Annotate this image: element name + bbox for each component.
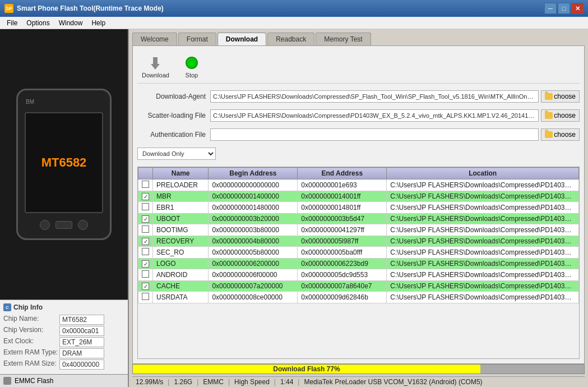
chip-icon: C xyxy=(3,303,11,311)
table-row: SEC_RO0x0000000005b800000x0000000005ba0f… xyxy=(138,247,579,259)
phone-buttons xyxy=(40,220,88,230)
row-name: USRDATA xyxy=(153,292,209,303)
row-name: EBR1 xyxy=(153,202,209,214)
phone-menu-btn xyxy=(78,220,88,230)
row-check-cell[interactable] xyxy=(138,269,153,281)
maximize-button[interactable]: □ xyxy=(558,3,570,14)
row-checkbox[interactable] xyxy=(142,293,149,300)
auth-input[interactable] xyxy=(210,128,539,141)
emmc-bar: EMMC Flash xyxy=(0,374,128,387)
row-location: C:\Users\JP FLASHERS\Downloads\Compresse… xyxy=(387,236,579,247)
row-end: 0x000000009d62846b xyxy=(298,292,387,303)
download-agent-input[interactable] xyxy=(210,90,539,103)
stop-button[interactable]: Stop xyxy=(179,53,204,81)
table-row: ✓RECOVERY0x0000000004b800000x000000005l9… xyxy=(138,236,579,247)
chip-ram-size-row: Extern RAM Size: 0x40000000 xyxy=(3,360,124,370)
menu-help[interactable]: Help xyxy=(87,18,110,28)
choose-label-2: choose xyxy=(554,112,576,119)
folder-icon-3 xyxy=(545,131,553,138)
progress-label: Download Flash 77% xyxy=(273,365,340,373)
phone-body: BM MT6582 xyxy=(16,89,112,240)
table-row: ✓CACHE0x0000000007a2000000x0000000007a86… xyxy=(138,281,579,292)
tab-memory-test[interactable]: Memory Test xyxy=(316,33,371,45)
row-checkbox[interactable]: ✓ xyxy=(142,193,149,200)
col-end: End Address xyxy=(298,168,387,179)
tab-format[interactable]: Format xyxy=(178,33,216,45)
status-speed: 12.99M/s xyxy=(136,378,163,386)
col-location: Location xyxy=(387,168,579,179)
row-end: 0x0000000005ba0fff xyxy=(298,247,387,259)
row-check-cell[interactable] xyxy=(138,224,153,236)
status-driver: MediaTek PreLoader USB VCOM_V1632 (Andro… xyxy=(304,378,482,386)
close-button[interactable]: ✕ xyxy=(571,3,584,14)
row-checkbox[interactable]: ✓ xyxy=(142,283,149,290)
menu-file[interactable]: File xyxy=(2,18,22,28)
tab-readback[interactable]: Readback xyxy=(267,33,314,45)
col-check xyxy=(138,168,153,179)
row-checkbox[interactable] xyxy=(142,203,149,210)
row-name: MBR xyxy=(153,191,209,202)
row-check-cell[interactable] xyxy=(138,179,153,191)
row-checkbox[interactable] xyxy=(142,181,149,188)
scatter-choose-button[interactable]: choose xyxy=(541,109,580,122)
row-begin: 0x0000000003b80000 xyxy=(209,224,298,236)
status-speed-type: High Speed xyxy=(234,378,270,386)
row-begin: 0x0000000000000000 xyxy=(209,179,298,191)
table-row: ✓UBOOT0x0000000003b200000x0000000003b5d4… xyxy=(138,214,579,224)
tab-bar: Welcome Format Download Readback Memory … xyxy=(129,29,588,45)
left-panel: BM MT6582 C Chip Info Chip Name: MT6582 xyxy=(0,29,129,387)
row-location: C:\Users\JP FLASHERS\Downloads\Compresse… xyxy=(387,259,579,269)
row-name: UBOOT xyxy=(153,214,209,224)
chip-version-value: 0x0000ca01 xyxy=(59,326,104,336)
toolbar: Download Stop xyxy=(137,50,580,84)
minimize-button[interactable]: ─ xyxy=(544,3,557,14)
row-check-cell[interactable]: ✓ xyxy=(138,191,153,202)
row-check-cell[interactable]: ✓ xyxy=(138,236,153,247)
row-checkbox[interactable]: ✓ xyxy=(142,238,149,245)
row-begin: 0x0000000001400000 xyxy=(209,191,298,202)
download-agent-choose-button[interactable]: choose xyxy=(541,90,580,103)
chip-version-row: Chip Version: 0x0000ca01 xyxy=(3,326,124,336)
stop-icon xyxy=(184,55,200,71)
row-name: RECOVERY xyxy=(153,236,209,247)
window-title: Smart Phone Flash Tool(Runtime Trace Mod… xyxy=(17,4,544,12)
row-location: C:\Users\JP FLASHERS\Downloads\Compresse… xyxy=(387,214,579,224)
row-begin: 0x0000000006200000 xyxy=(209,259,298,269)
row-end: 0x0000000003b5d47 xyxy=(298,214,387,224)
tab-welcome[interactable]: Welcome xyxy=(132,33,177,45)
row-check-cell[interactable]: ✓ xyxy=(138,259,153,269)
download-button[interactable]: Download xyxy=(137,53,174,81)
row-checkbox[interactable] xyxy=(142,270,149,278)
row-end: 0x0000000007a8640e7 xyxy=(298,281,387,292)
row-begin: 0x0000000008ce00000 xyxy=(209,292,298,303)
title-bar: SP Smart Phone Flash Tool(Runtime Trace … xyxy=(0,0,588,17)
row-checkbox[interactable] xyxy=(142,225,149,233)
row-check-cell[interactable]: ✓ xyxy=(138,214,153,224)
row-checkbox[interactable]: ✓ xyxy=(142,215,149,223)
row-check-cell[interactable]: ✓ xyxy=(138,281,153,292)
tab-download[interactable]: Download xyxy=(217,33,266,45)
folder-icon-1 xyxy=(545,93,553,100)
phone-home-btn xyxy=(55,221,72,229)
row-check-cell[interactable] xyxy=(138,292,153,303)
row-checkbox[interactable]: ✓ xyxy=(142,260,149,268)
menu-window[interactable]: Window xyxy=(54,18,87,28)
row-begin: 0x0000000003b20000 xyxy=(209,214,298,224)
row-begin: 0x0000000007a200000 xyxy=(209,281,298,292)
auth-choose-button[interactable]: choose xyxy=(541,128,580,141)
menu-options[interactable]: Options xyxy=(22,18,54,28)
row-check-cell[interactable] xyxy=(138,202,153,214)
row-checkbox[interactable] xyxy=(142,248,149,255)
emmc-label: EMMC Flash xyxy=(15,377,53,385)
phone-screen: MT6582 xyxy=(25,112,103,213)
table-row: BOOTIMG0x0000000003b800000x0000000004129… xyxy=(138,224,579,236)
progress-bar-fill: Download Flash 77% xyxy=(133,365,480,374)
row-name: SEC_RO xyxy=(153,247,209,259)
table-row: PRELOADER0x00000000000000000x000000001e6… xyxy=(138,179,579,191)
scatter-input[interactable] xyxy=(210,109,539,122)
row-location: C:\Users\JP FLASHERS\Downloads\Compresse… xyxy=(387,269,579,281)
row-check-cell[interactable] xyxy=(138,247,153,259)
download-mode-select[interactable]: Download Only xyxy=(137,148,216,160)
phone-bm-label: BM xyxy=(24,99,34,105)
row-name: PRELOADER xyxy=(153,179,209,191)
